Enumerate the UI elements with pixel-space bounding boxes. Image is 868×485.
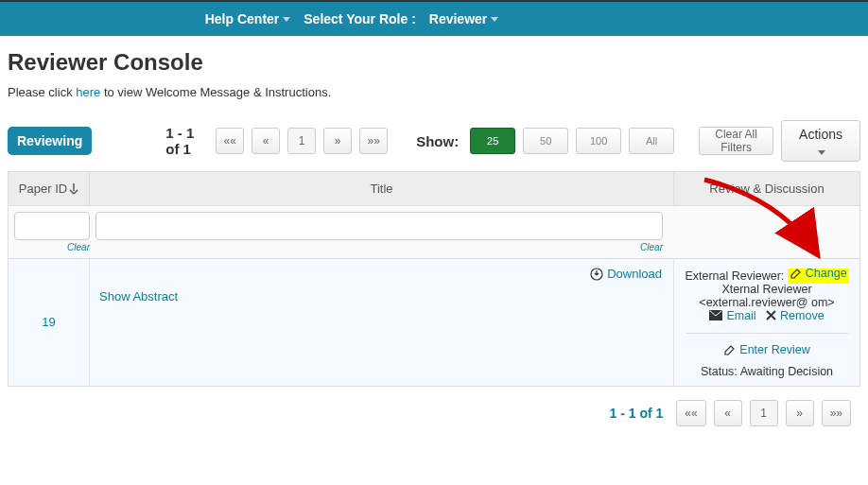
select-role-label: Select Your Role : <box>304 11 416 26</box>
reviewer-menu[interactable]: Reviewer <box>429 11 498 26</box>
envelope-icon <box>709 310 722 320</box>
email-link[interactable]: Email <box>709 309 755 322</box>
pager-prev-button[interactable]: « <box>714 400 742 426</box>
col-header-paper-id-label: Paper ID <box>19 182 67 196</box>
filter-rd-cell <box>668 212 854 252</box>
filter-title-input[interactable] <box>95 212 663 240</box>
pager-bottom-text: 1 - 1 of 1 <box>609 406 663 421</box>
pager-page-button[interactable]: 1 <box>750 400 778 426</box>
show-abstract-link[interactable]: Show Abstract <box>99 289 178 303</box>
col-header-review-discussion: Review & Discussion <box>674 172 859 205</box>
sort-down-icon <box>69 183 78 195</box>
pager-prev-button[interactable]: « <box>252 128 280 154</box>
instructions: Please click here to view Welcome Messag… <box>8 85 860 99</box>
caret-down-icon <box>818 150 825 155</box>
separator <box>686 333 848 334</box>
reviewer-name: Xternal Reviewer <box>680 283 854 296</box>
pager-last-button[interactable]: »» <box>359 128 388 154</box>
paper-title-text <box>99 267 664 280</box>
reviewer-label: Reviewer <box>429 11 487 26</box>
pager-last-button[interactable]: »» <box>822 400 851 426</box>
select-role-text: Select Your Role : <box>304 11 416 26</box>
footer-pager: 1 - 1 of 1 «« « 1 » »» <box>8 387 860 445</box>
instructions-suffix: to view Welcome Message & Instructions. <box>100 85 331 99</box>
show-label: Show: <box>416 133 459 149</box>
remove-icon <box>766 310 776 320</box>
show-25-button[interactable]: 25 <box>470 128 515 154</box>
col-header-paper-id[interactable]: Paper ID <box>9 172 90 205</box>
pager-page-button[interactable]: 1 <box>287 128 316 154</box>
table-row: 19 Download Show Abstract External Revie… <box>9 259 859 386</box>
col-header-title[interactable]: Title <box>90 172 674 205</box>
page-title: Reviewer Console <box>8 49 860 76</box>
grid-filter-row: Clear Clear <box>9 206 859 259</box>
show-100-button[interactable]: 100 <box>576 128 621 154</box>
review-discussion-cell: External Reviewer: Change Xternal Review… <box>674 259 859 386</box>
filter-title-cell: Clear <box>95 212 663 252</box>
controls-row: Reviewing 1 - 1 of 1 «« « 1 » »» Show: 2… <box>8 120 860 162</box>
change-highlight: Change <box>788 268 849 284</box>
caret-down-icon <box>491 17 498 22</box>
change-label: Change <box>806 267 847 280</box>
col-header-rd-label: Review & Discussion <box>709 182 824 196</box>
help-center-label: Help Center <box>205 11 280 26</box>
caret-down-icon <box>283 17 290 22</box>
pager-first-button[interactable]: «« <box>676 400 705 426</box>
reviewer-email-addr: <external.reviewer@ om> <box>680 296 854 309</box>
paper-id-cell: 19 <box>9 259 90 386</box>
instructions-link[interactable]: here <box>76 85 100 99</box>
enter-review-label: Enter Review <box>739 343 809 356</box>
show-all-button[interactable]: All <box>629 128 674 154</box>
download-icon <box>590 268 603 281</box>
status-text: Status: Awaiting Decision <box>680 365 854 378</box>
remove-label: Remove <box>780 309 825 322</box>
email-label: Email <box>726 309 755 322</box>
col-header-title-label: Title <box>370 182 392 196</box>
filter-paper-id-input[interactable] <box>14 212 90 240</box>
remove-link[interactable]: Remove <box>766 309 825 322</box>
reviewing-tab[interactable]: Reviewing <box>8 127 92 155</box>
pager-next-button[interactable]: » <box>786 400 814 426</box>
paper-id-link[interactable]: 19 <box>42 315 55 329</box>
pager-next-button[interactable]: » <box>323 128 352 154</box>
download-label: Download <box>607 267 662 281</box>
grid-header-row: Paper ID Title Review & Discussion <box>9 172 859 206</box>
enter-review-link[interactable]: Enter Review <box>723 343 809 356</box>
pager-first-button[interactable]: «« <box>216 128 244 154</box>
edit-icon <box>723 344 736 356</box>
filter-title-clear[interactable]: Clear <box>95 242 663 252</box>
help-center-menu[interactable]: Help Center <box>205 11 291 26</box>
download-link[interactable]: Download <box>590 267 662 281</box>
pager-top-text: 1 - 1 of 1 <box>165 125 200 157</box>
instructions-prefix: Please click <box>8 85 76 99</box>
filter-paper-id-clear[interactable]: Clear <box>14 242 90 252</box>
actions-menu-button[interactable]: Actions <box>781 120 860 162</box>
clear-all-filters-button[interactable]: Clear All Filters <box>699 127 773 155</box>
actions-label: Actions <box>799 127 842 142</box>
topbar: Help Center Select Your Role : Reviewer <box>0 0 868 36</box>
external-reviewer-label: External Reviewer: <box>685 269 784 283</box>
change-link[interactable]: Change <box>790 267 847 280</box>
show-50-button[interactable]: 50 <box>523 128 568 154</box>
edit-icon <box>790 268 802 280</box>
filter-paper-id-cell: Clear <box>14 212 90 252</box>
results-grid: Paper ID Title Review & Discussion Clear… <box>8 171 860 387</box>
title-cell: Download Show Abstract <box>90 259 674 386</box>
